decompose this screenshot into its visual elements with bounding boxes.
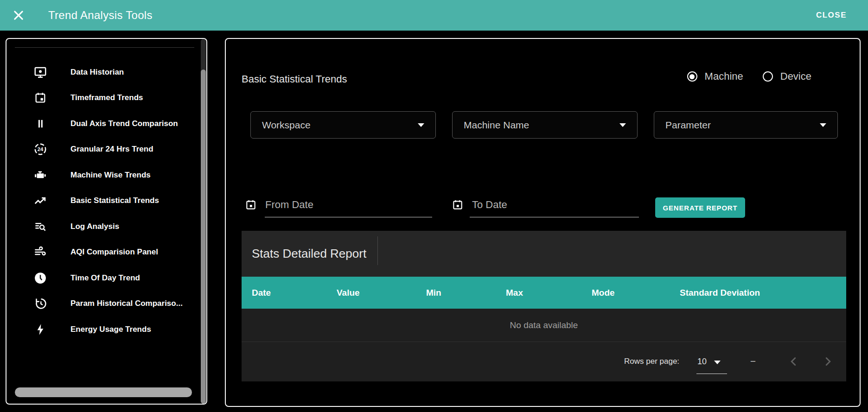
monitor-eye-icon (32, 64, 48, 80)
sidebar-item-label: Machine Wise Trends (70, 171, 151, 180)
clock-icon (32, 270, 48, 286)
sidebar-item-label: Time Of Day Trend (70, 273, 140, 283)
trend-analysis-dialog: Trend Analysis Tools CLOSE Data Historia… (0, 0, 868, 412)
24-hours-icon: 24 (32, 141, 48, 157)
workspace-select-label: Workspace (262, 120, 418, 131)
stats-report-card: Stats Detailed Report Date Value Min Max… (242, 231, 846, 381)
sidebar-divider (15, 47, 194, 48)
sidebar-item-label: Energy Usage Trends (70, 325, 151, 334)
search-list-icon (32, 219, 48, 235)
column-header-max: Max (496, 288, 581, 298)
parameter-select[interactable]: Parameter (654, 111, 838, 139)
sidebar-vertical-scrollbar-thumb[interactable] (201, 70, 206, 404)
history-icon (32, 296, 48, 311)
sidebar-item-granular-24-hrs-trend[interactable]: 24 Granular 24 Hrs Trend (6, 137, 201, 163)
filters-row: Workspace Machine Name Parameter (250, 111, 844, 139)
generate-report-button[interactable]: GENERATE REPORT (655, 197, 745, 218)
sidebar-item-label: AQI Comparision Panel (70, 247, 158, 257)
pagination-bar: Rows per page: 10 – (242, 342, 846, 381)
from-date-placeholder: From Date (265, 199, 313, 211)
to-date-placeholder: To Date (472, 199, 507, 211)
app-bar: Trend Analysis Tools CLOSE (0, 0, 868, 31)
sidebar-item-label: Timeframed Trends (70, 93, 143, 102)
entity-type-radio-group: Machine Device (687, 70, 811, 82)
svg-text:24: 24 (38, 146, 44, 152)
dual-bars-icon (32, 116, 48, 132)
page-range-text: – (751, 356, 755, 366)
sidebar-item-log-analysis[interactable]: Log Analysis (6, 214, 201, 240)
radio-selected-icon (687, 71, 697, 82)
close-button[interactable]: CLOSE (816, 0, 847, 31)
workspace-select[interactable]: Workspace (250, 111, 436, 139)
column-header-value: Value (326, 288, 416, 298)
chevron-right-icon[interactable] (819, 352, 837, 371)
to-date-input[interactable]: To Date (452, 198, 507, 211)
radio-machine[interactable]: Machine (687, 70, 743, 82)
sidebar-horizontal-scrollbar-thumb[interactable] (15, 387, 192, 397)
column-header-min: Min (416, 288, 496, 298)
sidebar-item-label: Data Historian (70, 68, 124, 77)
radio-unselected-icon (763, 71, 773, 82)
air-icon (32, 244, 48, 260)
column-header-mode: Mode (581, 288, 670, 298)
report-table-header: Date Value Min Max Mode Standard Deviati… (242, 277, 846, 309)
to-date-underline (470, 217, 639, 217)
sidebar-item-machine-wise-trends[interactable]: Machine Wise Trends (6, 162, 201, 188)
main-panel: Basic Statistical Trends Machine Device … (225, 38, 861, 407)
chevron-down-icon (714, 361, 721, 364)
chevron-down-icon (619, 123, 626, 127)
machine-name-select[interactable]: Machine Name (452, 111, 638, 139)
column-header-date: Date (242, 288, 326, 298)
radio-machine-label: Machine (705, 70, 743, 82)
sidebar-vertical-scrollbar-track[interactable] (201, 39, 206, 404)
tools-menu: Data Historian Timeframed Trends Dual Ax… (6, 59, 201, 342)
sidebar-item-label: Dual Axis Trend Comparison (70, 119, 178, 128)
sidebar-item-basic-statistical-trends[interactable]: Basic Statistical Trends (6, 188, 201, 214)
sidebar-item-label: Param Historical Compariso... (70, 299, 183, 308)
sidebar-item-data-historian[interactable]: Data Historian (6, 59, 201, 85)
trending-up-icon (32, 193, 48, 209)
sidebar-item-timeframed-trends[interactable]: Timeframed Trends (6, 85, 201, 111)
sidebar-item-label: Basic Statistical Trends (70, 196, 159, 205)
calendar-icon (32, 90, 48, 106)
chevron-down-icon (820, 123, 826, 127)
sidebar-item-time-of-day-trend[interactable]: Time Of Day Trend (6, 265, 201, 291)
dialog-title: Trend Analysis Tools (48, 0, 153, 31)
chevron-down-icon (418, 123, 424, 127)
section-title: Basic Statistical Trends (242, 73, 347, 85)
rows-per-page-underline (696, 374, 727, 374)
no-data-message: No data available (510, 320, 578, 330)
sidebar-item-label: Granular 24 Hrs Trend (70, 145, 153, 154)
x-icon[interactable] (9, 6, 28, 25)
sidebar-item-label: Log Analysis (70, 222, 119, 231)
radio-device-label: Device (780, 70, 811, 82)
radio-device[interactable]: Device (763, 70, 811, 82)
engine-icon (32, 167, 48, 183)
sidebar-item-param-historical-comparison[interactable]: Param Historical Compariso... (6, 291, 201, 317)
from-date-input[interactable]: From Date (245, 198, 313, 211)
rows-per-page-label: Rows per page: (624, 357, 679, 366)
rows-per-page-value: 10 (697, 357, 707, 367)
tab-divider (377, 236, 378, 265)
calendar-icon (452, 198, 464, 211)
tab-stats-detailed-report[interactable]: Stats Detailed Report (252, 231, 366, 277)
tools-sidebar: Data Historian Timeframed Trends Dual Ax… (6, 38, 207, 405)
bolt-icon (32, 322, 48, 337)
report-tab-bar: Stats Detailed Report (242, 231, 846, 277)
date-range-row: From Date To Date GENERATE REPORT (226, 195, 862, 222)
machine-name-select-label: Machine Name (464, 120, 619, 131)
sidebar-item-aqi-comparision-panel[interactable]: AQI Comparision Panel (6, 240, 201, 266)
sidebar-item-energy-usage-trends[interactable]: Energy Usage Trends (6, 317, 201, 342)
empty-table-row: No data available (242, 309, 846, 342)
column-header-standard-deviation: Standard Deviation (670, 288, 846, 298)
from-date-underline (265, 217, 432, 217)
parameter-select-label: Parameter (665, 120, 820, 131)
rows-per-page-select[interactable]: 10 (694, 350, 734, 377)
chevron-left-icon[interactable] (784, 352, 803, 371)
sidebar-item-dual-axis-trend-comparison[interactable]: Dual Axis Trend Comparison (6, 111, 201, 137)
calendar-icon (245, 198, 257, 211)
